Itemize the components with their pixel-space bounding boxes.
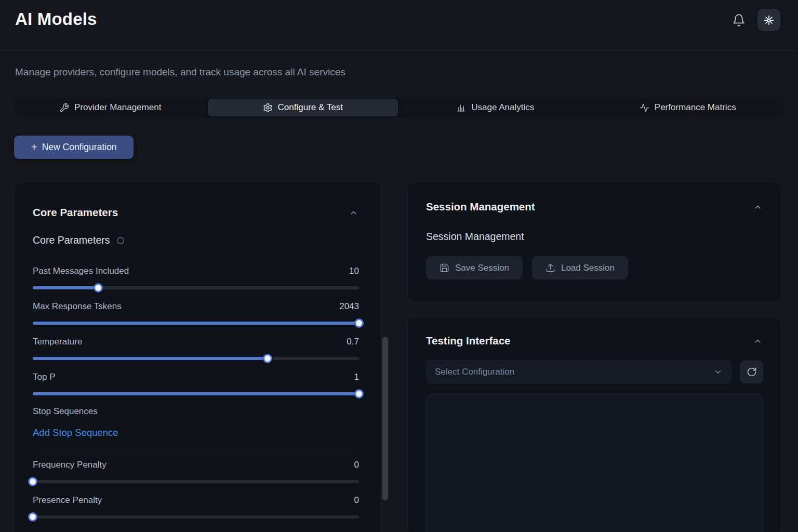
vertical-scrollbar[interactable] bbox=[382, 337, 388, 500]
parameter-value: 0.7 bbox=[347, 337, 359, 347]
tab-label: Usage Analytics bbox=[471, 102, 534, 113]
parameter-label: Temperature bbox=[33, 337, 82, 347]
chevron-up-icon bbox=[753, 337, 762, 345]
parameter-row: Temperature 0.7 bbox=[33, 336, 359, 363]
tab-provider-management[interactable]: Provider Management bbox=[15, 99, 206, 116]
core-parameters-panel: Core Parameters Core Parameters Past Mes… bbox=[14, 182, 381, 532]
chevron-up-icon bbox=[753, 203, 762, 211]
session-management-subtitle: Session Management bbox=[426, 231, 763, 243]
circle-icon bbox=[116, 236, 125, 245]
collapse-session-button[interactable] bbox=[752, 202, 763, 212]
save-icon bbox=[440, 263, 449, 273]
testing-interface-panel: Testing Interface Select Configuration bbox=[407, 317, 782, 532]
test-message-area[interactable] bbox=[426, 394, 763, 532]
configuration-select[interactable]: Select Configuration bbox=[426, 360, 732, 383]
slider-thumb[interactable] bbox=[354, 389, 364, 398]
parameter-value: 1 bbox=[354, 372, 359, 382]
presence-penalty-slider[interactable] bbox=[33, 512, 359, 522]
parameter-row: Frequency Penalty 0 bbox=[33, 459, 359, 486]
parameter-value: 10 bbox=[349, 266, 359, 276]
add-stop-sequence-link[interactable]: Add Stop Sequence bbox=[33, 427, 118, 438]
tab-label: Configure & Test bbox=[278, 102, 343, 113]
refresh-configurations-button[interactable] bbox=[740, 361, 763, 383]
parameter-row: Past Messages Included 10 bbox=[33, 265, 359, 292]
refresh-icon bbox=[747, 367, 757, 377]
snowflake-icon bbox=[763, 15, 775, 26]
core-parameters-subtitle: Core Parameters bbox=[33, 234, 110, 246]
slider-thumb[interactable] bbox=[28, 477, 37, 486]
parameter-row: Top P 1 bbox=[33, 371, 359, 398]
session-management-panel: Session Management Session Management Sa… bbox=[407, 182, 782, 303]
temperature-slider[interactable] bbox=[33, 354, 359, 363]
page-subtitle: Manage providers, configure models, and … bbox=[15, 66, 345, 78]
page-title: AI Models bbox=[15, 9, 97, 29]
gear-icon bbox=[263, 103, 273, 113]
testing-interface-title: Testing Interface bbox=[426, 335, 511, 347]
parameter-value: 0 bbox=[354, 460, 359, 470]
parameter-label: Presence Penalty bbox=[33, 495, 102, 506]
parameter-row: Presence Penalty 0 bbox=[33, 494, 359, 522]
activity-icon bbox=[640, 103, 649, 113]
frequency-penalty-slider[interactable] bbox=[33, 477, 359, 486]
slider-thumb[interactable] bbox=[354, 318, 364, 328]
tab-configure-test[interactable]: Configure & Test bbox=[208, 99, 398, 116]
bell-icon bbox=[732, 14, 747, 27]
max-response-tokens-slider[interactable] bbox=[33, 318, 359, 328]
load-session-label: Load Session bbox=[561, 263, 615, 273]
tab-usage-analytics[interactable]: Usage Analytics bbox=[400, 99, 591, 116]
collapse-testing-button[interactable] bbox=[752, 336, 763, 347]
new-configuration-label: New Configuration bbox=[42, 142, 117, 153]
past-messages-slider[interactable] bbox=[33, 283, 359, 292]
parameter-label: Max Response Tskens bbox=[33, 301, 122, 312]
collapse-core-parameters-button[interactable] bbox=[348, 207, 359, 218]
notifications-button[interactable] bbox=[732, 13, 747, 28]
new-configuration-button[interactable]: + New Configuration bbox=[14, 136, 134, 159]
parameter-value: 2043 bbox=[339, 301, 359, 312]
parameter-value: 0 bbox=[354, 495, 359, 506]
bar-chart-icon bbox=[456, 103, 466, 113]
settings-button[interactable] bbox=[757, 9, 780, 31]
core-parameters-title: Core Parameters bbox=[33, 206, 118, 219]
parameter-label: Past Messages Included bbox=[33, 266, 129, 276]
tab-performance-matrics[interactable]: Performance Matrics bbox=[593, 99, 783, 116]
top-bar: AI Models bbox=[0, 0, 798, 50]
parameter-label: Frequency Penalty bbox=[33, 460, 107, 470]
chevron-down-icon bbox=[713, 367, 723, 377]
chevron-up-icon bbox=[349, 208, 358, 217]
load-session-button[interactable]: Load Session bbox=[532, 256, 628, 280]
tab-label: Performance Matrics bbox=[655, 102, 736, 113]
save-session-label: Save Session bbox=[455, 263, 509, 273]
top-p-slider[interactable] bbox=[33, 389, 359, 398]
save-session-button[interactable]: Save Session bbox=[426, 256, 523, 280]
tab-label: Provider Management bbox=[74, 102, 161, 113]
parameter-label: Top P bbox=[33, 372, 55, 382]
tab-bar: Provider Management Configure & Test Usa… bbox=[14, 98, 784, 117]
upload-icon bbox=[546, 263, 555, 273]
slider-thumb[interactable] bbox=[28, 512, 37, 522]
stop-sequences-label: Stop Sequences bbox=[33, 406, 359, 419]
slider-thumb[interactable] bbox=[263, 354, 272, 363]
plus-icon: + bbox=[31, 141, 37, 153]
slider-thumb[interactable] bbox=[94, 283, 103, 292]
session-management-title: Session Management bbox=[426, 201, 535, 213]
wrench-icon bbox=[59, 103, 69, 113]
parameter-row: Max Response Tskens 2043 bbox=[33, 300, 359, 328]
configuration-select-value: Select Configuration bbox=[435, 367, 514, 377]
